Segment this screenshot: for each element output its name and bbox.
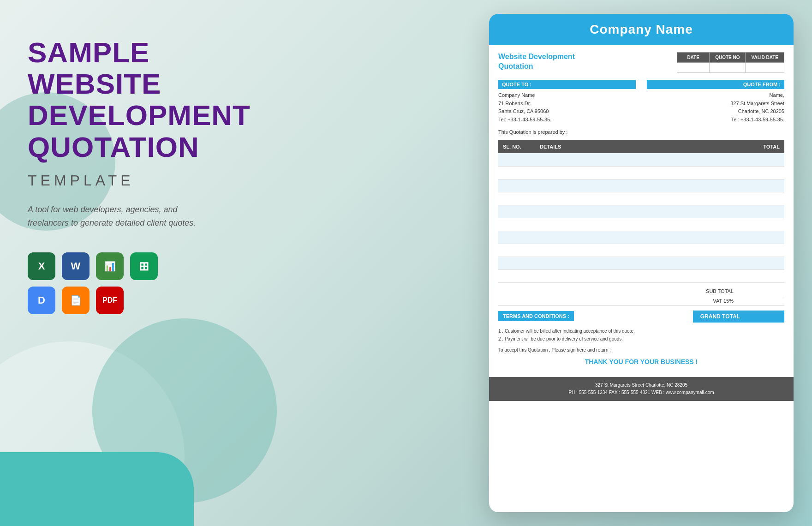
table-row: [498, 257, 784, 269]
quote-to: QUOTE TO : Company Name 71 Roberts Dr. S…: [498, 80, 636, 124]
total-cell: [738, 269, 784, 282]
date-header: DATE: [677, 53, 710, 63]
terms-grand-row: TERMS AND CONDITIONS : GRAND TOTAL: [498, 310, 784, 323]
word-icon[interactable]: W: [62, 252, 90, 280]
term-2: 2 . Payment wil be due prior to delivery…: [498, 335, 784, 343]
doc-header: Company Name: [489, 14, 794, 45]
thank-you: THANK YOU FOR YOUR BUSINESS !: [498, 358, 784, 365]
total-cell: [738, 257, 784, 269]
footer-address: 327 St Margarets Street Charlotte, NC 28…: [494, 382, 789, 389]
items-table: SL. NO. DETAILS TOTAL: [498, 140, 784, 283]
quote-no-header: QUOTE NO: [710, 53, 746, 63]
details-cell: [535, 244, 738, 257]
details-cell: [535, 153, 738, 166]
quote-from-address2: Charlotte, NC 28205: [647, 108, 784, 116]
sign-section: To accept this Quotation , Please sign h…: [498, 347, 784, 353]
quote-from: QUOTE FROM : Name, 327 St Margarets Stre…: [647, 80, 784, 124]
details-cell: [535, 218, 738, 231]
excel-icon[interactable]: X: [28, 252, 55, 280]
sl-no-cell: [498, 153, 535, 166]
main-title: SAMPLE WEBSITE DEVELOPMENT QUOTATION: [28, 37, 268, 163]
term-1: 1 . Customer will be billed after indica…: [498, 327, 784, 335]
sl-no-cell: [498, 231, 535, 244]
details-cell: [535, 205, 738, 218]
total-cell: [738, 244, 784, 257]
quote-from-tel: Tel: +33-1-43-59-55-35.: [647, 116, 784, 124]
app-icons: X W 📊 ⊞ D 📄: [28, 252, 268, 314]
details-cell: [535, 166, 738, 179]
details-cell: [535, 192, 738, 205]
quote-no-value[interactable]: [710, 63, 746, 73]
table-row: [498, 153, 784, 166]
sl-no-cell: [498, 205, 535, 218]
valid-date-value[interactable]: [746, 63, 784, 73]
details-cell: [535, 257, 738, 269]
quote-from-name: Name,: [647, 91, 784, 100]
total-cell: [738, 192, 784, 205]
quote-to-address2: Santa Cruz, CA 95060: [498, 108, 636, 116]
pages-icon[interactable]: 📄: [62, 287, 90, 314]
sub-title: TEMPLATE: [28, 172, 268, 189]
table-row: [498, 166, 784, 179]
table-row: [498, 205, 784, 218]
date-table: DATE QUOTE NO VALID DATE: [677, 52, 784, 73]
numbers-icon[interactable]: 📊: [96, 252, 124, 280]
sl-no-cell: [498, 166, 535, 179]
details-header: DETAILS: [535, 140, 738, 153]
terms-header-wrapper: TERMS AND CONDITIONS :: [498, 311, 574, 321]
quote-from-address1: 327 St Margarets Street: [647, 100, 784, 108]
table-row: [498, 244, 784, 257]
vat-label: VAT 15%: [713, 298, 734, 304]
quote-to-company: Company Name: [498, 91, 636, 100]
vat-row: VAT 15%: [498, 296, 784, 306]
details-cell: [535, 269, 738, 282]
sub-total-row: SUB TOTAL: [498, 287, 784, 296]
description: A tool for web developers, agencies, and…: [28, 203, 203, 230]
table-row: [498, 231, 784, 244]
sl-no-cell: [498, 192, 535, 205]
sl-no-cell: [498, 269, 535, 282]
details-cell: [535, 179, 738, 192]
total-cell: [738, 218, 784, 231]
grand-total-row: GRAND TOTAL: [693, 311, 784, 323]
company-name: Company Name: [498, 22, 784, 37]
footer-phone: PH : 555-555-1234 FAX : 555-555-4321 WEB…: [494, 389, 789, 396]
quote-to-address1: 71 Roberts Dr.: [498, 100, 636, 108]
date-value[interactable]: [677, 63, 710, 73]
doc-footer: 327 St Margarets Street Charlotte, NC 28…: [489, 377, 794, 401]
table-row: [498, 218, 784, 231]
title-row: Website DevelopmentQuotation DATE QUOTE …: [498, 52, 784, 73]
quote-title: Website DevelopmentQuotation: [498, 52, 575, 72]
prepared-by: This Quotation is prepared by :: [498, 129, 784, 135]
pdf-icon[interactable]: PDF: [96, 287, 124, 314]
quote-from-header: QUOTE FROM :: [647, 80, 784, 89]
sl-no-header: SL. NO.: [498, 140, 535, 153]
quote-to-info: Company Name 71 Roberts Dr. Santa Cruz, …: [498, 91, 636, 124]
quote-to-tel: Tel: +33-1-43-59-55-35.: [498, 116, 636, 124]
terms-header: TERMS AND CONDITIONS :: [498, 311, 574, 321]
docs-icon[interactable]: D: [28, 287, 55, 314]
valid-date-header: VALID DATE: [746, 53, 784, 63]
grand-total-value: [747, 311, 784, 323]
grand-total-label: GRAND TOTAL: [693, 311, 747, 323]
quote-to-header: QUOTE TO :: [498, 80, 636, 89]
total-cell: [738, 166, 784, 179]
terms-list: 1 . Customer will be billed after indica…: [498, 327, 784, 343]
sub-total-label: SUB TOTAL: [706, 288, 734, 294]
quote-from-info: Name, 327 St Margarets Street Charlotte,…: [647, 91, 784, 124]
details-cell: [535, 231, 738, 244]
left-panel: SAMPLE WEBSITE DEVELOPMENT QUOTATION TEM…: [28, 37, 268, 314]
total-cell: [738, 231, 784, 244]
table-row: [498, 192, 784, 205]
sl-no-cell: [498, 244, 535, 257]
sl-no-cell: [498, 257, 535, 269]
doc-body: Website DevelopmentQuotation DATE QUOTE …: [489, 45, 794, 377]
table-row: [498, 179, 784, 192]
total-cell: [738, 153, 784, 166]
table-row: [498, 269, 784, 282]
sl-no-cell: [498, 179, 535, 192]
totals-section: SUB TOTAL VAT 15%: [498, 287, 784, 306]
sheets-icon[interactable]: ⊞: [130, 252, 158, 280]
total-cell: [738, 179, 784, 192]
total-header: TOTAL: [738, 140, 784, 153]
